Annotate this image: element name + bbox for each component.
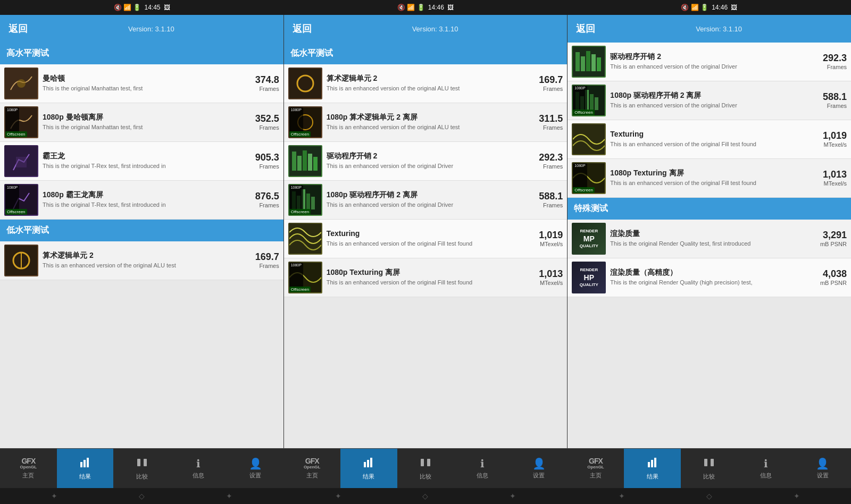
score-manhattan: 374.8 Frames	[242, 75, 279, 92]
test-item-driver2-s2: 驱动程序开销 2 This is an enhanced version of …	[284, 142, 568, 181]
nav-info-1[interactable]: ℹ 信息	[170, 449, 227, 488]
status-section-3: 🔇 📶 🔋 14:46 🖼	[568, 0, 851, 15]
nav-compare-2[interactable]: 比较	[397, 449, 454, 488]
nav-settings-1[interactable]: 👤 设置	[227, 449, 284, 488]
svg-rect-4	[16, 157, 27, 167]
score-unit-alu2-1080p-s2: Frames	[525, 124, 563, 131]
desc-alu2-s2: This is an enhanced version of the origi…	[327, 85, 522, 93]
offscreen-badge-manhattan: Offscreen	[5, 131, 27, 137]
desc-alu2-1080p-s2: This is an enhanced version of the origi…	[327, 123, 522, 131]
score-value-texturing-s2: 1,019	[525, 230, 563, 241]
offscreen-badge-texturing-s2: Offscreen	[289, 287, 311, 292]
nav-results-3[interactable]: 结果	[624, 449, 681, 488]
score-manhattan-1080p: 352.5 Frames	[242, 114, 279, 131]
score-value-driver2-1080p-s2: 588.1	[525, 191, 563, 202]
status-time-3: 14:46	[712, 4, 728, 11]
nav-section-3: GFX OpenGL 主页 结果 比较 ℹ 信息 👤 设置	[568, 449, 851, 488]
status-bar: 🔇 📶 🔋 14:45 🖼 🔇 📶 🔋 14:46 🖼 🔇 📶 🔋 14:46 …	[0, 0, 851, 15]
score-value-alu2-s2: 169.7	[525, 75, 563, 86]
desc-texturing-1080p-s2: This is an enhanced version of the origi…	[327, 279, 522, 287]
desc-render-mp: This is the original Render Quality test…	[610, 240, 805, 248]
nav-info-2[interactable]: ℹ 信息	[454, 449, 511, 488]
score-value-render-hp: 4,038	[810, 269, 847, 280]
render-hp-badge: RENDER HP QUALITY	[580, 267, 598, 288]
thumb-texturing-s2	[288, 223, 322, 255]
test-item-render-mp: RENDER MP QUALITY 渲染质量 This is the origi…	[568, 220, 851, 258]
nav-settings-2[interactable]: 👤 设置	[511, 449, 568, 488]
text-manhattan-1080p: 1080p 曼哈顿离屏 This is the original Manhatt…	[43, 113, 238, 131]
title-alu2-s1: 算术逻辑单元 2	[43, 251, 238, 260]
nav-info-3[interactable]: ℹ 信息	[738, 449, 795, 488]
score-render-hp: 4,038 mB PSNR	[810, 269, 847, 286]
deco-icon-diamond-2: ◇	[422, 492, 428, 500]
svg-rect-41	[80, 462, 82, 467]
nav-results-icon-1	[79, 457, 91, 471]
nav-compare-label-2: 比较	[420, 473, 431, 481]
score-unit-manhattan: Frames	[242, 86, 279, 92]
back-button-1[interactable]: 返回	[9, 22, 28, 35]
thumb-bg-driver2-s3	[572, 46, 606, 78]
score-driver2-1080p-s3: 588.1 Frames	[810, 92, 847, 109]
thumb-driver2-1080p-s2: 1080P Offscreen	[288, 184, 322, 216]
status-time-2: 14:46	[428, 4, 444, 11]
score-unit-trex: Frames	[242, 163, 279, 170]
content-screen-1[interactable]: 曼哈顿 This is the original Manhattan test,…	[0, 64, 283, 448]
test-item-texturing-1080p-s3: 1080P Offscreen 1080p Texturing 离屏 This …	[568, 159, 851, 198]
svg-rect-43	[87, 458, 89, 467]
offscreen-badge-driver2-s3: Offscreen	[573, 110, 595, 115]
title-alu2-s2: 算术逻辑单元 2	[327, 74, 522, 83]
score-value-driver2-s2: 292.3	[525, 153, 563, 163]
nav-home-label-1: 主页	[22, 472, 34, 480]
nav-settings-3[interactable]: 👤 设置	[794, 449, 851, 488]
deco-icon-plus-6: ✦	[794, 492, 800, 500]
nav-compare-icon-1	[136, 457, 148, 471]
title-manhattan: 曼哈顿	[43, 74, 238, 83]
nav-results-2[interactable]: 结果	[340, 449, 397, 488]
nav-info-label-2: 信息	[477, 472, 488, 480]
content-screen-3[interactable]: 驱动程序开销 2 This is an enhanced version of …	[568, 43, 851, 448]
svg-rect-32	[597, 57, 601, 71]
nav-compare-1[interactable]: 比较	[113, 449, 170, 488]
nav-settings-label-2: 设置	[533, 472, 545, 480]
nav-info-icon-1: ℹ	[196, 457, 201, 470]
desc-driver2-1080p-s2: This is an enhanced version of the origi…	[327, 201, 522, 209]
nav-home-1[interactable]: GFX OpenGL 主页	[0, 449, 57, 488]
score-unit-texturing-s2: MTexel/s	[525, 241, 563, 247]
score-unit-driver2-s3: Frames	[810, 64, 847, 70]
score-value-texturing-1080p-s2: 1,013	[525, 269, 563, 280]
nav-logo-1: GFX OpenGL	[20, 457, 37, 470]
score-unit-alu2-s1: Frames	[242, 263, 279, 269]
status-img-3: 🖼	[731, 4, 737, 11]
score-driver2-s2: 292.3 Frames	[525, 153, 563, 170]
nav-home-3[interactable]: GFX OpenGL 主页	[568, 449, 624, 488]
section-header-special: 特殊测试	[568, 198, 851, 220]
nav-section-2: GFX OpenGL 主页 结果 比较 ℹ 信息 👤 设置	[283, 449, 567, 488]
content-screen-2[interactable]: 算术逻辑单元 2 This is an enhanced version of …	[284, 64, 568, 448]
nav-info-label-3: 信息	[760, 472, 772, 480]
version-2: Version: 3.1.10	[312, 25, 559, 33]
nav-compare-label-3: 比较	[703, 473, 715, 481]
version-1: Version: 3.1.10	[28, 25, 275, 33]
thumb-texturing-1080p-s3: 1080P Offscreen	[572, 162, 606, 194]
test-item-driver2-1080p-s3: 1080P Offscreen 1080p 驱动程序开销 2 离屏 This i…	[568, 81, 851, 120]
status-section-1: 🔇 📶 🔋 14:45 🖼	[0, 0, 283, 15]
test-item-driver2-1080p-s2: 1080P Offscreen 1080p 驱动程序开销 2 离屏 This i…	[284, 181, 568, 220]
test-item-manhattan-1080p: 1080P Offscreen 1080p 曼哈顿离屏 This is the …	[0, 103, 283, 142]
back-button-2[interactable]: 返回	[293, 22, 312, 35]
desc-driver2-1080p-s3: This is an enhanced version of the origi…	[610, 102, 805, 110]
svg-rect-24	[311, 197, 315, 209]
thumb-trex	[4, 145, 38, 177]
score-alu2-s2: 169.7 Frames	[525, 75, 563, 92]
nav-compare-3[interactable]: 比较	[681, 449, 738, 488]
back-button-3[interactable]: 返回	[576, 22, 595, 35]
score-unit-driver2-1080p-s3: Frames	[810, 103, 847, 109]
title-driver2-s3: 驱动程序开销 2	[610, 52, 805, 61]
svg-rect-29	[581, 56, 585, 71]
text-alu2-s2: 算术逻辑单元 2 This is an enhanced version of …	[327, 74, 522, 93]
nav-results-1[interactable]: 结果	[57, 449, 114, 488]
svg-rect-48	[370, 458, 372, 467]
test-item-manhattan: 曼哈顿 This is the original Manhattan test,…	[0, 64, 283, 103]
offscreen-badge-texturing-s3: Offscreen	[573, 187, 595, 193]
nav-home-2[interactable]: GFX OpenGL 主页	[283, 449, 340, 488]
status-time-1: 14:45	[144, 4, 160, 11]
